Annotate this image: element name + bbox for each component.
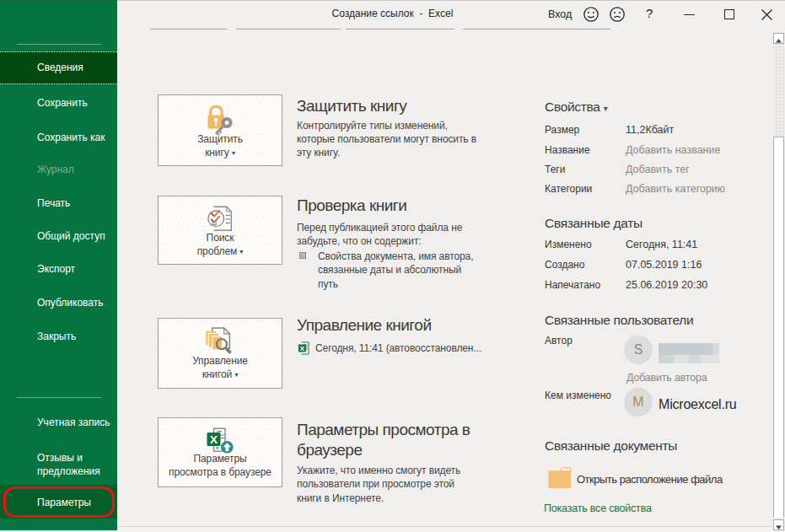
svg-text:X: X	[210, 433, 218, 446]
svg-text:X: X	[300, 345, 305, 352]
